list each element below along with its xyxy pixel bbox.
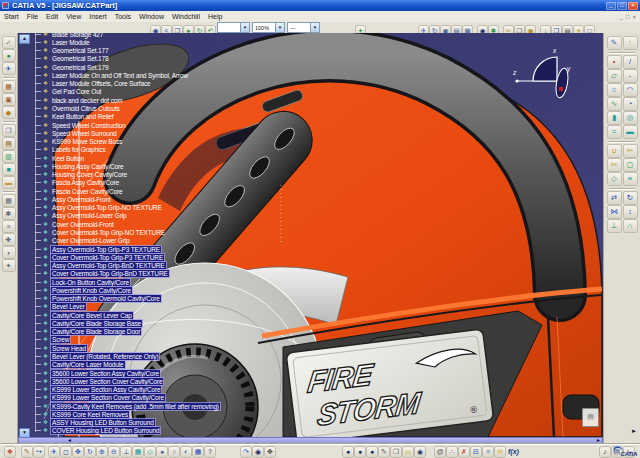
- mail-at-icon[interactable]: @: [435, 447, 445, 457]
- tree-item[interactable]: ❖Bevel Lever: [18, 303, 348, 311]
- tree-item[interactable]: ❖Overmold Citrus Cutouts: [18, 104, 348, 112]
- sketcher-icon[interactable]: ✎: [608, 37, 621, 49]
- tree-item[interactable]: ❖Keel Button and Relief: [18, 113, 348, 121]
- tree-item[interactable]: ❖Keel Button: [18, 154, 348, 162]
- power-input-icon[interactable]: ❖: [5, 447, 15, 457]
- globe-publish-icon[interactable]: ●: [3, 50, 15, 61]
- tree-item[interactable]: ❖Powershift Knob Cavity/Core: [18, 286, 348, 294]
- select-check-icon[interactable]: ✓: [3, 37, 15, 48]
- tree-item[interactable]: ❖Fascia Cover Cavity/Core: [18, 187, 348, 195]
- material-icon[interactable]: ◆: [3, 107, 15, 118]
- database-cylinder-icon[interactable]: ●: [367, 447, 377, 457]
- tree-item[interactable]: ❖Laser Module Offsets, Core Surface: [18, 80, 348, 88]
- font-combo[interactable]: ▼: [217, 22, 250, 33]
- volume-speaker-icon[interactable]: ♪: [600, 447, 610, 457]
- tree-item[interactable]: ❖Screw Head: [18, 344, 348, 352]
- box-part-icon[interactable]: ■: [3, 164, 15, 175]
- line-style-combo[interactable]: — ▼: [287, 22, 320, 33]
- shading-icon[interactable]: ●: [157, 447, 167, 457]
- chat-icon[interactable]: ✉: [495, 447, 505, 457]
- catalog-book-icon[interactable]: ▥: [3, 151, 15, 162]
- normal-view-icon[interactable]: ⊥: [121, 447, 131, 457]
- grid-icon[interactable]: ▦: [3, 195, 15, 206]
- manikin-icon[interactable]: ✥: [265, 447, 275, 457]
- tree-item[interactable]: ❖Bevel Lever (Rotated, Reference Only): [18, 352, 348, 360]
- join-icon[interactable]: ∪: [608, 145, 621, 157]
- tree-item[interactable]: ❖Geometrical Set.177: [18, 47, 348, 55]
- arc-icon[interactable]: ◠: [624, 84, 637, 96]
- reframe-arrow-icon[interactable]: ↪: [34, 447, 44, 457]
- line-icon[interactable]: /: [624, 56, 637, 68]
- fly-icon[interactable]: ✈: [49, 447, 59, 457]
- boundary-icon[interactable]: ◻: [624, 159, 637, 171]
- menu-insert[interactable]: Insert: [85, 13, 111, 20]
- tree-item[interactable]: ❖Cavity/Core Laser Module: [18, 361, 348, 369]
- iso-view-cube-icon[interactable]: ◇: [145, 447, 155, 457]
- menu-edit[interactable]: Edit: [42, 13, 62, 20]
- tree-item[interactable]: ❖KS999 Core Keel Removes: [18, 410, 348, 418]
- symmetry-icon[interactable]: ⋈: [608, 206, 621, 218]
- update-brush-icon[interactable]: ✎: [22, 447, 32, 457]
- tree-item[interactable]: ❖Cover Overmold-Top Grip-P3 TEXTURE: [18, 253, 348, 261]
- tree-item[interactable]: ❖Cover Overmold-Top Grip-NO TEXTURE: [18, 228, 348, 236]
- scroll-right-icon[interactable]: ►: [596, 438, 601, 443]
- plane-icon[interactable]: ▱: [608, 70, 621, 82]
- tree-item[interactable]: ❖Screw: [18, 336, 348, 344]
- tree-item[interactable]: ❖Gel Pad Core Out: [18, 88, 348, 96]
- tree-item[interactable]: ❖KS999 Lower Section Assy Cavity/Core: [18, 385, 348, 393]
- tree-item[interactable]: ❖Fascia Assy Cavity/Core: [18, 179, 348, 187]
- scroll-left-icon[interactable]: ◄: [67, 438, 72, 443]
- viewport-page-icon[interactable]: ▤: [582, 408, 599, 427]
- camera-icon[interactable]: ◉: [415, 447, 425, 457]
- eraser-icon[interactable]: ▭: [403, 447, 413, 457]
- catalog-cylinder-icon[interactable]: ●: [343, 447, 353, 457]
- image-capture-icon[interactable]: ▣: [3, 94, 15, 105]
- send-plane-icon[interactable]: ✈: [3, 63, 15, 74]
- tree-item[interactable]: ❖Speed Wheel Construction: [18, 121, 348, 129]
- pointer-icon[interactable]: ◗: [3, 247, 15, 258]
- tree-item[interactable]: ❖35600 Lower Section Cover Cavity/Core: [18, 377, 348, 385]
- extract-icon[interactable]: ◇: [608, 173, 621, 185]
- offset-icon[interactable]: ≡: [624, 173, 637, 185]
- tree-item[interactable]: ❖Assy Overmold-Top Grip-P3 TEXTURE: [18, 245, 348, 253]
- multi-view-icon[interactable]: ▦: [133, 447, 143, 457]
- spline-icon[interactable]: ∿: [608, 98, 621, 110]
- tree-item[interactable]: ❖Cover Overmold-Lower Grip: [18, 237, 348, 245]
- translate-icon[interactable]: ⇄: [608, 192, 621, 204]
- hide-show-icon[interactable]: ◐: [181, 447, 191, 457]
- menu-view[interactable]: View: [62, 13, 85, 20]
- tree-item[interactable]: ❖Assy Overmold-Front: [18, 195, 348, 203]
- tree-item[interactable]: ❖Cavity/Core Blade Storage Base: [18, 319, 348, 327]
- tree-item[interactable]: ❖Speed Wheel Surround: [18, 129, 348, 137]
- scale-icon[interactable]: ↕: [624, 206, 637, 218]
- layers-icon[interactable]: ≡: [3, 221, 15, 232]
- window-icon[interactable]: ❐: [3, 125, 15, 136]
- revolve-surface-icon[interactable]: ◎: [624, 112, 637, 124]
- minimize-button[interactable]: _: [606, 2, 616, 10]
- wireframe-icon[interactable]: ○: [169, 447, 179, 457]
- toolbar-overflow-arrow-icon[interactable]: ►: [631, 428, 637, 434]
- tree-structure-icon[interactable]: ⊟: [471, 447, 481, 457]
- tools-icon[interactable]: ✦: [3, 260, 15, 271]
- tree-item[interactable]: ❖Laser Module: [18, 38, 348, 46]
- axis-icon[interactable]: -: [624, 70, 637, 82]
- menu-start[interactable]: Start: [0, 13, 23, 20]
- options-gear-icon[interactable]: ✱: [3, 208, 15, 219]
- menu-file[interactable]: File: [23, 13, 42, 20]
- tree-item[interactable]: ❖Cover Overmold-Top Grip-BnD TEXTURE: [18, 270, 348, 278]
- extrude-surface-icon[interactable]: ▮: [608, 112, 621, 124]
- fit-all-icon[interactable]: ◻: [61, 447, 71, 457]
- tree-item[interactable]: ❖Geometrical Set.179: [18, 63, 348, 71]
- compass-icon[interactable]: ✚: [3, 234, 15, 245]
- gallery-icon[interactable]: ▤: [3, 138, 15, 149]
- intersect-icon[interactable]: ∩: [624, 220, 637, 232]
- conic-icon[interactable]: ◔: [624, 98, 637, 110]
- pan-icon[interactable]: ✥: [73, 447, 83, 457]
- tree-item[interactable]: ❖35600 Lower Section Assy Cavity/Core: [18, 369, 348, 377]
- measure-icon[interactable]: ✗: [459, 447, 469, 457]
- list-icon[interactable]: ≡: [483, 447, 493, 457]
- zoom-combo[interactable]: 100% ▼: [252, 22, 285, 33]
- tree-item[interactable]: ❖Lock-On Button Cavity/Core: [18, 278, 348, 286]
- tree-item[interactable]: ❖Cavity/Core Blade Storage Door: [18, 328, 348, 336]
- tree-item[interactable]: ❖KS999 Move Screw Boss: [18, 137, 348, 145]
